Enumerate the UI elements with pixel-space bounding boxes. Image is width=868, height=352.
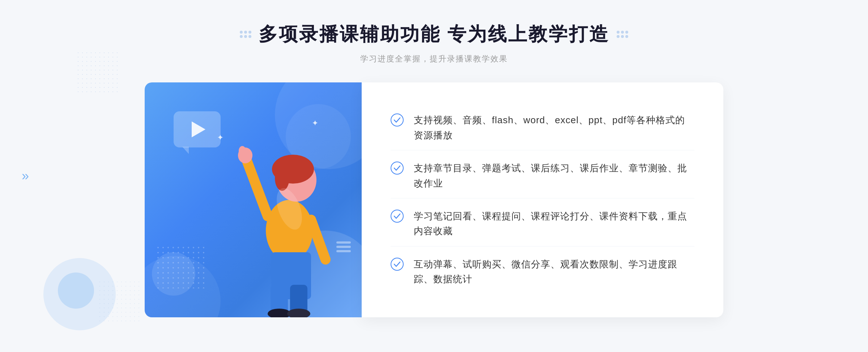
sparkle-decoration-1: ✦ [217,133,224,142]
feature-text-3: 学习笔记回看、课程提问、课程评论打分、课件资料下载，重点内容收藏 [414,209,694,239]
title-decoration-right [617,31,628,38]
card-dots [156,245,206,288]
feature-item-1: 支持视频、音频、flash、word、excel、ppt、pdf等各种格式的资源… [391,106,694,150]
dot-grid-left [240,31,251,38]
feature-text-4: 互动弹幕、试听购买、微信分享、观看次数限制、学习进度跟踪、数据统计 [414,257,694,287]
title-row: 多项录播课辅助功能 专为线上教学打造 [240,22,628,47]
page-wrapper: » 多项录播课辅助功能 专为线上教学打造 学习进度全掌握，提升录播课教学效果 [0,0,868,352]
svg-point-17 [391,258,403,270]
svg-point-14 [391,114,403,126]
arrow-left-decoration: » [22,168,29,184]
person-illustration [235,122,344,317]
play-bubble [174,111,221,147]
check-icon-3 [391,210,404,223]
play-triangle-icon [192,121,205,137]
feature-item-4: 互动弹幕、试听购买、微信分享、观看次数限制、学习进度跟踪、数据统计 [391,250,694,294]
illustration-card: ✦ ✦ [145,82,362,317]
title-decoration-left [240,31,251,38]
semi-circle-gray [152,252,195,296]
feature-item-2: 支持章节目录、弹题考试、课后练习、课后作业、章节测验、批改作业 [391,154,694,198]
svg-point-12 [239,146,246,156]
dots-decoration-top-left [76,51,119,94]
svg-line-4 [246,158,268,216]
content-area: ✦ ✦ [145,82,723,317]
check-icon-4 [391,258,404,271]
feature-text-2: 支持章节目录、弹题考试、课后练习、课后作业、章节测验、批改作业 [414,161,694,191]
main-title: 多项录播课辅助功能 专为线上教学打造 [259,22,609,47]
check-icon-2 [391,162,404,175]
svg-line-5 [311,220,326,259]
svg-point-3 [275,166,289,191]
svg-point-16 [391,210,403,222]
check-icon-1 [391,113,404,126]
feature-item-3: 学习笔记回看、课程提问、课程评论打分、课件资料下载，重点内容收藏 [391,202,694,246]
content-card: 支持视频、音频、flash、word、excel、ppt、pdf等各种格式的资源… [362,82,723,317]
feature-text-1: 支持视频、音频、flash、word、excel、ppt、pdf等各种格式的资源… [414,113,694,143]
subtitle: 学习进度全掌握，提升录播课教学效果 [360,53,508,64]
dot-grid-right [617,31,628,38]
header-section: 多项录播课辅助功能 专为线上教学打造 学习进度全掌握，提升录播课教学效果 [240,22,628,64]
svg-point-15 [391,162,403,174]
circle-decoration-2 [58,272,94,309]
